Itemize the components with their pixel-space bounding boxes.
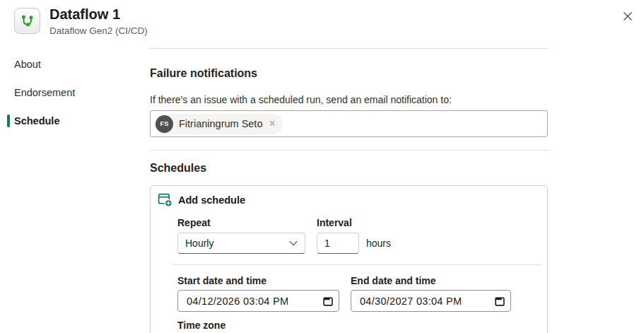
page-title: Dataflow 1 bbox=[49, 6, 120, 23]
calendar-icon bbox=[323, 296, 333, 306]
start-date-label: Start date and time bbox=[177, 275, 267, 286]
repeat-value: Hourly bbox=[185, 238, 213, 249]
close-button[interactable] bbox=[619, 7, 637, 25]
repeat-dropdown[interactable]: Hourly bbox=[177, 233, 305, 254]
sidebar-item-label: About bbox=[14, 59, 41, 70]
time-zone-label: Time zone bbox=[177, 320, 226, 331]
section-divider bbox=[150, 150, 549, 151]
failure-notifications-description: If there's an issue with a scheduled run… bbox=[150, 94, 452, 105]
email-recipients-field[interactable]: FS Fitrianingrum Seto × bbox=[150, 110, 548, 137]
sidebar-item-label: Endorsement bbox=[14, 87, 75, 98]
start-datetime-input[interactable] bbox=[187, 296, 320, 307]
interval-label: Interval bbox=[317, 217, 352, 228]
end-datepicker-button[interactable] bbox=[495, 296, 505, 306]
recipient-chip: FS Fitrianingrum Seto × bbox=[154, 114, 283, 134]
start-datepicker-button[interactable] bbox=[323, 296, 333, 306]
end-datetime-input[interactable] bbox=[360, 296, 492, 307]
failure-notifications-heading: Failure notifications bbox=[150, 67, 257, 80]
card-divider bbox=[172, 264, 541, 265]
active-indicator bbox=[7, 115, 10, 127]
sidebar-item-endorsement[interactable]: Endorsement bbox=[0, 83, 75, 102]
header-divider bbox=[150, 48, 549, 49]
end-date-label: End date and time bbox=[351, 275, 436, 286]
remove-recipient-icon[interactable]: × bbox=[269, 118, 275, 129]
dataflow-branch-glyph bbox=[20, 13, 35, 28]
start-datetime-field[interactable] bbox=[177, 290, 339, 312]
chevron-down-icon bbox=[289, 240, 298, 246]
repeat-label: Repeat bbox=[177, 217, 211, 228]
schedule-card: Add schedule Repeat Hourly Interval hour… bbox=[150, 185, 548, 333]
add-schedule-button[interactable]: Add schedule bbox=[158, 192, 245, 207]
interval-input[interactable] bbox=[317, 233, 359, 254]
schedules-heading: Schedules bbox=[150, 162, 206, 175]
add-schedule-icon bbox=[158, 192, 172, 207]
interval-unit-label: hours bbox=[366, 238, 391, 249]
recipient-name: Fitrianingrum Seto bbox=[179, 118, 262, 129]
sidebar-item-about[interactable]: About bbox=[0, 55, 41, 74]
add-schedule-label: Add schedule bbox=[178, 194, 245, 206]
end-datetime-field[interactable] bbox=[351, 290, 511, 312]
close-icon bbox=[621, 10, 634, 23]
dataflow-icon bbox=[14, 8, 40, 34]
sidebar-item-label: Schedule bbox=[14, 115, 59, 127]
dataflow-settings-dialog: { "header": { "title": "Dataflow 1", "su… bbox=[0, 0, 644, 333]
page-subtitle: Dataflow Gen2 (CI/CD) bbox=[49, 25, 148, 36]
sidebar-item-schedule[interactable]: Schedule bbox=[0, 112, 59, 130]
recipient-avatar: FS bbox=[156, 115, 173, 133]
calendar-icon bbox=[495, 296, 505, 306]
